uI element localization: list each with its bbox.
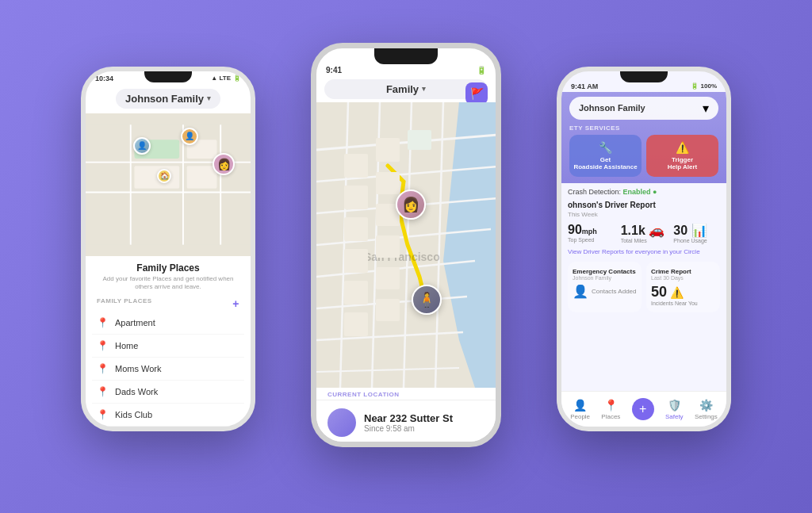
place-name-dads-work: Dads Work (115, 387, 158, 396)
place-name-kids-club: Kids Club (115, 410, 152, 419)
roadside-icon: 🔧 (599, 141, 612, 154)
roadside-label: GetRoadside Assistance (573, 156, 637, 170)
signal-left: ▲ LTE (211, 75, 231, 82)
view-reports-link[interactable]: View Driver Reports for everyone in your… (568, 248, 720, 255)
people-icon-right: 👤 (573, 399, 587, 412)
avatar-pin-3: 👩 (213, 153, 235, 175)
alert-icon: ⚠️ (676, 141, 689, 154)
status-icons-right: 🔋 100% (691, 82, 717, 90)
places-list: 📍 Apartment 📍 Home 📍 Moms Work 📍 Dads Wo… (86, 312, 251, 431)
driver-stats: 90mph Top Speed 1.1k 🚗 Total Miles 30 📊 … (568, 223, 720, 243)
svg-rect-32 (376, 235, 400, 258)
right-content: Crash Detection: Enabled ● ohnson's Driv… (561, 183, 726, 317)
safety-icon-right: 🛡️ (668, 399, 681, 412)
stat-miles: 1.1k 🚗 Total Miles (621, 223, 668, 243)
crime-incidents-label: Incidents Near You (651, 301, 715, 306)
crime-report-title: Crime Report (651, 268, 715, 275)
nav-people-right[interactable]: 👤 People (570, 399, 590, 420)
emergency-contacts-icon: 👤 (573, 284, 588, 299)
right-dropdown-label: Johnson Family (579, 103, 645, 113)
svg-rect-35 (344, 312, 368, 336)
battery-right: 🔋 100% (691, 82, 717, 90)
alert-label: TriggerHelp Alert (668, 156, 698, 170)
roadside-assistance-btn[interactable]: 🔧 GetRoadside Assistance (569, 135, 642, 177)
flag-button-center[interactable]: 🚩 (465, 82, 488, 105)
avatar-pin-2: 👤 (181, 128, 198, 145)
pin-icon-dads-work: 📍 (97, 386, 109, 397)
place-dads-work[interactable]: 📍 Dads Work (92, 381, 244, 404)
emergency-contacts-title: Emergency Contacts (573, 268, 637, 275)
crime-report-sub: Last 30 Days (651, 275, 715, 281)
nav-safety-label-right: Safety (665, 413, 684, 420)
crime-report-icon: ⚠️ (670, 286, 684, 299)
location-avatar-center (327, 408, 356, 437)
place-home[interactable]: 📍 Home (92, 335, 244, 358)
svg-rect-29 (344, 217, 368, 241)
phone-left: 10:34 ▲ LTE 🔋 Johnson Family ▾ (81, 67, 255, 431)
nav-safety-right[interactable]: 🛡️ Safety (665, 399, 684, 420)
emergency-contacts-card[interactable]: Emergency Contacts Johnson Family 👤 Cont… (568, 262, 642, 312)
pin-icon-home: 📍 (97, 340, 109, 351)
svg-rect-28 (376, 172, 400, 194)
phone-right: 9:41 AM 🔋 100% Johnson Family ▾ ETY SERV… (557, 67, 731, 431)
svg-rect-36 (376, 299, 400, 321)
location-info-center: Near 232 Sutter St Since 9:58 am (364, 412, 485, 433)
safety-label-right: ETY SERVICES (569, 124, 718, 132)
help-alert-btn[interactable]: ⚠️ TriggerHelp Alert (646, 135, 718, 177)
center-avatar-2: 🧍 (412, 285, 442, 315)
family-places-title: Family Places (98, 262, 238, 274)
avatar-pin-1: 👤 (133, 137, 151, 155)
emergency-contacts-added: Contacts Added (592, 288, 636, 295)
phone-header-left: Johnson Family ▾ (86, 84, 251, 113)
center-map-area: San Francisco 👩 🧍 (316, 102, 496, 388)
svg-rect-26 (408, 130, 431, 150)
settings-icon-right: ⚙️ (699, 399, 713, 412)
place-kids-club[interactable]: 📍 Kids Club (92, 404, 244, 427)
family-places-sub: Add your favorite Places and get notifie… (98, 275, 238, 292)
nav-settings-label-right: Settings (695, 413, 718, 420)
place-apartment[interactable]: 📍 Apartment (92, 312, 244, 335)
battery-left: 🔋 (233, 75, 241, 82)
pin-icon-moms-work: 📍 (97, 363, 109, 374)
crime-report-value: 50 (651, 284, 667, 301)
center-header-bar: Family ▾ 🚩 (316, 76, 496, 102)
center-dropdown-label: Family (386, 83, 419, 95)
notch-center (374, 48, 438, 64)
left-map-svg (86, 113, 251, 256)
svg-rect-9 (187, 166, 217, 188)
nav-settings-right[interactable]: ⚙️ Settings (695, 399, 718, 420)
center-dropdown-arrow: ▾ (422, 85, 426, 93)
svg-rect-25 (376, 138, 400, 162)
stat-speed-label: Top Speed (568, 237, 615, 243)
driver-report-title: ohnson's Driver Report (568, 201, 720, 209)
location-card-center: Near 232 Sutter St Since 9:58 am (316, 400, 496, 445)
family-places-header: Family Places Add your favorite Places a… (86, 256, 251, 295)
place-amys-school[interactable]: 📍 Amy's School (92, 427, 244, 431)
right-dropdown[interactable]: Johnson Family ▾ (569, 97, 718, 120)
status-icons-left: ▲ LTE 🔋 (211, 75, 241, 82)
add-place-btn[interactable]: + (232, 297, 239, 310)
notch-right (620, 71, 668, 82)
location-name-center: Near 232 Sutter St (364, 412, 485, 424)
nav-add-right[interactable]: + (632, 398, 654, 422)
left-dropdown[interactable]: Johnson Family ▾ (116, 89, 220, 109)
crash-status: Enabled ● (623, 188, 657, 196)
nav-places-right[interactable]: 📍 Places (601, 399, 620, 420)
places-icon-right: 📍 (604, 399, 618, 412)
svg-rect-33 (344, 281, 368, 304)
right-header: Johnson Family ▾ ETY SERVICES 🔧 GetRoads… (561, 92, 726, 183)
svg-rect-31 (344, 249, 368, 273)
place-moms-work[interactable]: 📍 Moms Work (92, 358, 244, 381)
svg-text:San Francisco: San Francisco (364, 251, 440, 263)
stat-phone-value: 30 📊 (673, 223, 720, 238)
crime-report-card[interactable]: Crime Report Last 30 Days 50 ⚠️ Incident… (646, 262, 720, 312)
place-name-moms-work: Moms Work (115, 364, 161, 373)
right-dropdown-arrow: ▾ (703, 101, 709, 116)
status-icons-center: 🔋 (477, 66, 486, 75)
left-dropdown-label: Johnson Family (125, 93, 204, 105)
cards-row: Emergency Contacts Johnson Family 👤 Cont… (568, 262, 720, 312)
center-dropdown[interactable]: Family ▾ (324, 79, 488, 99)
driver-report-sub: This Week (568, 211, 720, 218)
location-time-center: Since 9:58 am (364, 424, 485, 433)
add-button-right[interactable]: + (632, 398, 654, 420)
